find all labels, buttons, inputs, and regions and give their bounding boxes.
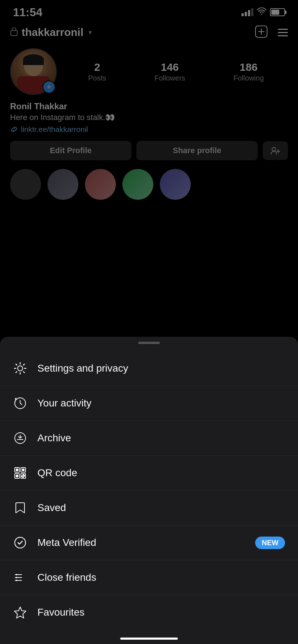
svg-rect-18	[24, 474, 26, 475]
home-indicator	[120, 638, 178, 640]
metaverified-label: Meta Verified	[37, 537, 96, 548]
bottom-sheet: Settings and privacy Your activity Archi…	[0, 337, 298, 644]
qrcode-label: QR code	[37, 467, 77, 479]
activity-icon	[13, 396, 27, 410]
menu-item-archive[interactable]: Archive	[0, 421, 298, 456]
settings-label: Settings and privacy	[37, 363, 128, 374]
settings-icon	[13, 361, 27, 376]
svg-point-27	[16, 577, 17, 578]
metaverified-icon	[13, 535, 27, 550]
svg-point-28	[16, 580, 17, 581]
menu-item-closefriends[interactable]: Close friends	[0, 560, 298, 595]
activity-label: Your activity	[37, 397, 91, 409]
favourites-icon	[13, 605, 27, 620]
new-badge: NEW	[255, 537, 285, 549]
svg-point-22	[15, 537, 26, 548]
svg-rect-14	[22, 469, 24, 471]
menu-item-saved[interactable]: Saved	[0, 491, 298, 525]
archive-icon	[13, 431, 27, 445]
closefriends-label: Close friends	[37, 572, 96, 583]
svg-point-8	[18, 366, 23, 371]
svg-rect-20	[23, 476, 26, 478]
svg-point-26	[16, 574, 17, 575]
svg-marker-29	[14, 607, 26, 618]
svg-rect-16	[16, 475, 18, 477]
menu-item-metaverified[interactable]: Meta Verified NEW	[0, 525, 298, 560]
saved-icon	[13, 501, 27, 515]
svg-rect-12	[16, 469, 18, 471]
svg-rect-17	[21, 474, 23, 476]
favourites-label: Favourites	[37, 607, 85, 618]
saved-label: Saved	[37, 502, 66, 514]
menu-item-settings[interactable]: Settings and privacy	[0, 351, 298, 386]
archive-label: Archive	[37, 432, 71, 444]
qrcode-icon	[13, 466, 27, 480]
closefriends-icon	[13, 570, 27, 585]
menu-item-activity[interactable]: Your activity	[0, 386, 298, 421]
menu-item-favourites[interactable]: Favourites	[0, 595, 298, 630]
svg-rect-19	[21, 477, 23, 478]
sheet-handle	[138, 342, 160, 344]
menu-item-qrcode[interactable]: QR code	[0, 456, 298, 491]
